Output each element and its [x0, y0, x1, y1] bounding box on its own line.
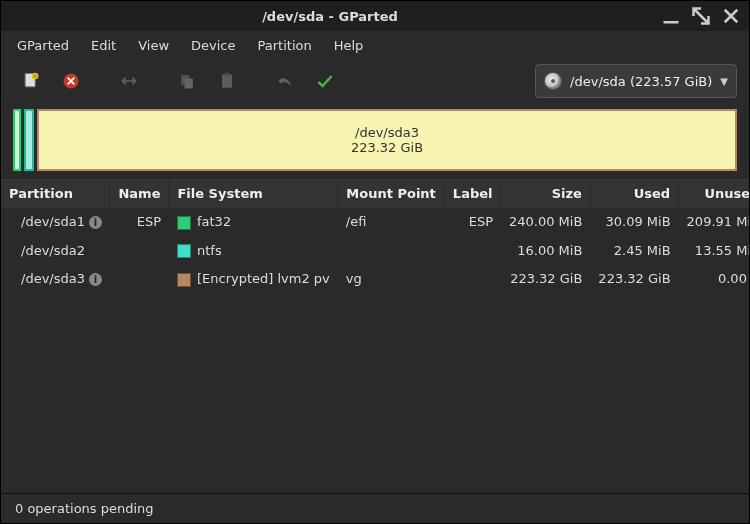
resize-icon	[119, 71, 139, 91]
filesystem-cell: [Encrypted] lvm2 pv	[169, 265, 338, 293]
partition-graph-seg-sda1[interactable]	[13, 109, 21, 171]
label-cell: ESP	[444, 208, 501, 237]
maximize-button[interactable]	[691, 6, 711, 26]
col-size[interactable]: Size	[501, 180, 590, 208]
partition-graph-main-label: /dev/sda3	[355, 125, 419, 140]
disk-icon	[544, 72, 562, 90]
copy-button[interactable]	[169, 63, 205, 99]
menu-help[interactable]: Help	[324, 34, 374, 57]
document-new-icon	[21, 71, 41, 91]
used-cell: 223.32 GiB	[590, 265, 678, 293]
info-icon: i	[89, 273, 102, 286]
used-cell: 30.09 MiB	[590, 208, 678, 237]
table-row[interactable]: /dev/sda2ntfs16.00 MiB2.45 MiB13.55 MiBm…	[1, 236, 749, 265]
name-cell: ESP	[110, 208, 169, 237]
apply-button[interactable]	[307, 63, 343, 99]
partition-graph: /dev/sda3 223.32 GiB	[1, 103, 749, 179]
toolbar: /dev/sda (223.57 GiB) ▼	[1, 59, 749, 103]
delete-icon	[61, 71, 81, 91]
unused-cell: 0.00 B	[679, 265, 749, 293]
filesystem-cell: ntfs	[169, 236, 338, 265]
size-cell: 223.32 GiB	[501, 265, 590, 293]
new-partition-button[interactable]	[13, 63, 49, 99]
resize-move-button[interactable]	[111, 63, 147, 99]
col-used[interactable]: Used	[590, 180, 678, 208]
col-partition[interactable]: Partition	[1, 180, 110, 208]
paste-button[interactable]	[209, 63, 245, 99]
size-cell: 240.00 MiB	[501, 208, 590, 237]
svg-rect-8	[225, 73, 230, 76]
partition-table: Partition Name File System Mount Point L…	[1, 179, 749, 493]
label-cell	[444, 265, 501, 293]
statusbar: 0 operations pending	[1, 493, 749, 523]
svg-rect-0	[664, 21, 679, 24]
partition-cell: /dev/sda2	[21, 243, 85, 258]
status-pending: 0 operations pending	[15, 501, 154, 516]
fs-swatch	[177, 216, 191, 230]
col-filesystem[interactable]: File System	[169, 180, 338, 208]
device-selector[interactable]: /dev/sda (223.57 GiB) ▼	[535, 64, 737, 98]
device-selector-label: /dev/sda (223.57 GiB)	[570, 74, 712, 89]
menu-view[interactable]: View	[128, 34, 179, 57]
fs-swatch	[177, 244, 191, 258]
table-row[interactable]: /dev/sda3i[Encrypted] lvm2 pvvg223.32 Gi…	[1, 265, 749, 293]
fs-swatch	[177, 273, 191, 287]
partition-cell: /dev/sda1	[21, 214, 85, 229]
info-icon: i	[89, 216, 102, 229]
window-title: /dev/sda - GParted	[9, 9, 651, 24]
chevron-down-icon: ▼	[720, 76, 728, 87]
undo-button[interactable]	[267, 63, 303, 99]
filesystem-cell: fat32	[169, 208, 338, 237]
size-cell: 16.00 MiB	[501, 236, 590, 265]
unused-cell: 13.55 MiB	[679, 236, 749, 265]
svg-rect-7	[222, 74, 232, 87]
menu-device[interactable]: Device	[181, 34, 245, 57]
minimize-button[interactable]	[661, 6, 681, 26]
partition-graph-main-size: 223.32 GiB	[351, 140, 423, 155]
partition-graph-seg-sda3[interactable]: /dev/sda3 223.32 GiB	[37, 109, 737, 171]
table-header-row: Partition Name File System Mount Point L…	[1, 180, 749, 208]
copy-icon	[177, 71, 197, 91]
partition-cell: /dev/sda3	[21, 271, 85, 286]
mountpoint-cell: vg	[338, 265, 445, 293]
menu-edit[interactable]: Edit	[81, 34, 126, 57]
close-button[interactable]	[721, 6, 741, 26]
table-row[interactable]: /dev/sda1iESPfat32/efiESP240.00 MiB30.09…	[1, 208, 749, 237]
unused-cell: 209.91 MiB	[679, 208, 749, 237]
col-unused[interactable]: Unused	[679, 180, 749, 208]
col-label[interactable]: Label	[444, 180, 501, 208]
apply-icon	[315, 71, 335, 91]
name-cell	[110, 236, 169, 265]
titlebar: /dev/sda - GParted	[1, 1, 749, 31]
paste-icon	[217, 71, 237, 91]
label-cell	[444, 236, 501, 265]
mountpoint-cell	[338, 236, 445, 265]
menu-gparted[interactable]: GParted	[7, 34, 79, 57]
menubar: GParted Edit View Device Partition Help	[1, 31, 749, 59]
menu-partition[interactable]: Partition	[248, 34, 322, 57]
col-mountpoint[interactable]: Mount Point	[338, 180, 445, 208]
col-name[interactable]: Name	[110, 180, 169, 208]
delete-partition-button[interactable]	[53, 63, 89, 99]
name-cell	[110, 265, 169, 293]
partition-graph-seg-sda2[interactable]	[24, 109, 34, 171]
undo-icon	[275, 71, 295, 91]
svg-rect-6	[185, 79, 193, 89]
used-cell: 2.45 MiB	[590, 236, 678, 265]
mountpoint-cell: /efi	[338, 208, 445, 237]
